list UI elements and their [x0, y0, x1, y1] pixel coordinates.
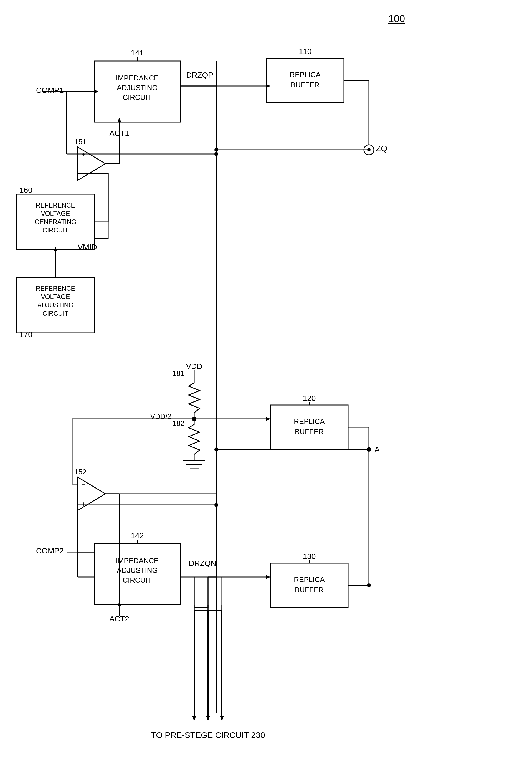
svg-text:ADJUSTING: ADJUSTING	[38, 301, 74, 309]
svg-text:REPLICA: REPLICA	[294, 417, 325, 426]
label-181: 181	[173, 369, 184, 378]
svg-text:CIRCUIT: CIRCUIT	[122, 576, 152, 584]
label-130: 130	[303, 552, 316, 561]
diagram-container: 100 IMPEDANCE ADJUSTING CIRCUIT 141 REPL…	[0, 0, 532, 764]
svg-text:+: +	[82, 500, 86, 508]
svg-marker-86	[220, 716, 224, 721]
svg-text:BUFFER: BUFFER	[295, 428, 324, 436]
svg-point-23	[214, 152, 218, 156]
label-110: 110	[299, 47, 312, 56]
comp1-label: COMP1	[36, 86, 64, 95]
replica-buffer-2-box	[270, 405, 348, 450]
label-151: 151	[74, 138, 86, 146]
label-160: 160	[19, 186, 33, 194]
svg-text:GENERATING: GENERATING	[35, 218, 76, 226]
label-170: 170	[19, 330, 33, 339]
drzqp-label: DRZQP	[186, 71, 213, 79]
svg-marker-84	[206, 716, 210, 721]
label-142: 142	[131, 531, 144, 540]
svg-point-53	[214, 448, 218, 451]
replica-buffer-1-box	[266, 58, 344, 102]
label-182: 182	[173, 419, 184, 428]
svg-text:IMPEDANCE: IMPEDANCE	[116, 556, 159, 565]
svg-marker-74	[266, 575, 270, 579]
svg-text:REPLICA: REPLICA	[294, 575, 325, 584]
diagram-title: 100	[388, 13, 405, 24]
comp2-label: COMP2	[36, 546, 64, 555]
point-a-label: A	[374, 445, 380, 454]
svg-marker-45	[266, 417, 270, 421]
svg-text:BUFFER: BUFFER	[291, 81, 319, 89]
svg-point-80	[367, 583, 371, 587]
drzqn-label: DRZQN	[189, 559, 216, 568]
svg-text:REFERENCE: REFERENCE	[36, 285, 75, 292]
label-120: 120	[303, 394, 316, 403]
svg-text:REFERENCE: REFERENCE	[36, 202, 75, 209]
svg-text:CIRCUIT: CIRCUIT	[122, 93, 152, 101]
vmid-label: VMID	[78, 243, 97, 251]
label-152: 152	[74, 468, 86, 476]
replica-buffer-3-box	[270, 563, 348, 608]
to-circuit-label: TO PRE-STEGE CIRCUIT 230	[151, 730, 265, 740]
zq-label: ZQ	[376, 144, 388, 153]
svg-point-25	[214, 148, 218, 152]
svg-marker-82	[192, 716, 196, 721]
label-141: 141	[131, 49, 144, 57]
vdd-label: VDD	[186, 362, 202, 371]
svg-text:BUFFER: BUFFER	[295, 586, 324, 594]
svg-text:VOLTAGE: VOLTAGE	[41, 293, 70, 300]
svg-text:REPLICA: REPLICA	[289, 71, 321, 79]
impedance-circuit-1-label: IMPEDANCE	[116, 74, 159, 82]
svg-text:ADJUSTING: ADJUSTING	[117, 566, 158, 575]
svg-text:CIRCUIT: CIRCUIT	[43, 310, 68, 317]
svg-text:VOLTAGE: VOLTAGE	[41, 210, 70, 217]
svg-text:−: −	[82, 481, 86, 488]
svg-text:CIRCUIT: CIRCUIT	[43, 227, 68, 234]
svg-text:ADJUSTING: ADJUSTING	[117, 84, 158, 92]
svg-point-57	[214, 503, 218, 507]
